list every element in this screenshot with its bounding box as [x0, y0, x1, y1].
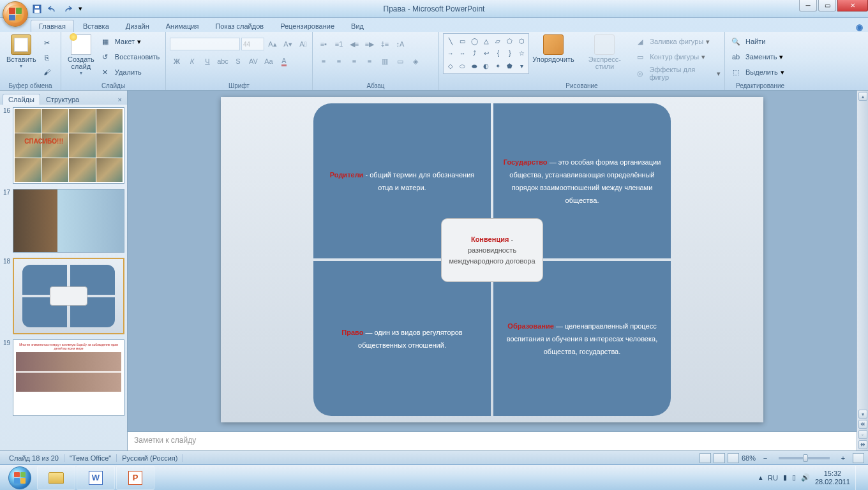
show-desktop-button[interactable]: [855, 466, 860, 490]
grow-font-icon[interactable]: A▴: [266, 37, 280, 51]
browse-object-icon[interactable]: ◦: [858, 430, 867, 439]
change-case-icon[interactable]: Aa: [262, 54, 276, 68]
tab-insert[interactable]: Вставка: [75, 20, 117, 32]
format-painter-icon[interactable]: 🖌: [40, 65, 54, 79]
columns-icon[interactable]: ▥: [378, 54, 392, 68]
font-color-icon[interactable]: A: [277, 54, 291, 68]
align-left-icon[interactable]: ≡: [317, 54, 331, 68]
decrease-indent-icon[interactable]: ◀≡: [347, 37, 361, 51]
diagram-cell-convention[interactable]: Конвенция - разновидность международного…: [441, 218, 543, 282]
clear-format-icon[interactable]: Aͯ: [296, 37, 310, 51]
taskbar-word-icon[interactable]: W: [77, 466, 115, 490]
next-slide-icon[interactable]: ⯮: [858, 440, 867, 449]
cut-icon[interactable]: ✂: [40, 36, 54, 50]
justify-icon[interactable]: ≡: [363, 54, 377, 68]
text-direction-icon[interactable]: ↕A: [393, 37, 407, 51]
notes-pane[interactable]: Заметки к слайду: [128, 431, 857, 450]
taskbar-explorer-icon[interactable]: [37, 466, 75, 490]
shadow-icon[interactable]: S: [231, 54, 245, 68]
char-spacing-icon[interactable]: AV: [246, 54, 260, 68]
font-family-combo[interactable]: [170, 38, 240, 50]
layout-button[interactable]: Макет: [114, 37, 136, 46]
minimize-button[interactable]: ─: [799, 0, 817, 11]
qat-redo-icon[interactable]: [61, 3, 74, 15]
fit-window-icon[interactable]: [853, 453, 864, 463]
scroll-up-icon[interactable]: ▴: [858, 92, 867, 101]
tab-home[interactable]: Главная: [31, 20, 74, 32]
scroll-down-icon[interactable]: ▾: [858, 410, 867, 419]
arrange-button[interactable]: Упорядочить: [530, 33, 576, 64]
shape-effects-button[interactable]: Эффекты для фигур: [648, 65, 715, 82]
delete-button[interactable]: Удалить: [114, 68, 143, 77]
shape-outline-button[interactable]: Контур фигуры: [648, 52, 700, 61]
tray-flag-icon[interactable]: ▮: [783, 473, 787, 482]
prev-slide-icon[interactable]: ⯬: [858, 420, 867, 429]
qat-save-icon[interactable]: [31, 3, 43, 15]
qat-customize-icon[interactable]: ▾: [77, 3, 84, 15]
increase-indent-icon[interactable]: ≡▶: [363, 37, 377, 51]
slide-thumbnail-19[interactable]: Многие знаменитости ведут активную борьб…: [13, 339, 124, 416]
align-center-icon[interactable]: ≡: [332, 54, 346, 68]
shapes-gallery[interactable]: ╲▭◯△▱⬠⬡ →↔⤴↩{}☆ ◇⬭⬬◐✦⬟▾: [443, 33, 529, 74]
status-theme[interactable]: "Тема Office": [64, 454, 117, 462]
zoom-out-icon[interactable]: −: [758, 451, 772, 465]
qat-undo-icon[interactable]: [46, 3, 59, 15]
slide-thumbnail-16[interactable]: СПАСИБО!!!: [13, 107, 124, 184]
zoom-level[interactable]: 68%: [742, 454, 756, 462]
start-button[interactable]: [3, 466, 37, 490]
maximize-button[interactable]: ▭: [818, 0, 836, 11]
slideshow-view-icon[interactable]: [728, 453, 739, 463]
paste-button[interactable]: Вставить ▾: [4, 33, 39, 70]
help-icon[interactable]: ◉: [856, 22, 863, 32]
new-slide-button[interactable]: Создать слайд ▾: [65, 33, 97, 77]
italic-icon[interactable]: К: [185, 54, 199, 68]
smartart-icon[interactable]: ◈: [408, 54, 423, 68]
sorter-view-icon[interactable]: [714, 453, 725, 463]
line-spacing-icon[interactable]: ‡≡: [378, 37, 392, 51]
tab-animation[interactable]: Анимация: [158, 20, 207, 32]
strikethrough-icon[interactable]: abc: [216, 54, 230, 68]
tray-show-hidden-icon[interactable]: ▴: [759, 473, 763, 482]
panel-tab-outline[interactable]: Структура: [40, 94, 85, 105]
bold-icon[interactable]: Ж: [170, 54, 184, 68]
tray-volume-icon[interactable]: 🔊: [801, 473, 810, 482]
normal-view-icon[interactable]: [700, 453, 711, 463]
taskbar-powerpoint-icon[interactable]: P: [116, 466, 154, 490]
office-button[interactable]: [3, 1, 28, 27]
tray-battery-icon[interactable]: ▯: [792, 473, 796, 482]
smartart-diagram[interactable]: Родители - общий термин для обозначения …: [313, 103, 671, 416]
tray-clock[interactable]: 15:32 28.02.2011: [815, 470, 850, 486]
numbering-icon[interactable]: ≡1: [332, 37, 346, 51]
status-slide-number[interactable]: Слайд 18 из 20: [4, 454, 64, 462]
status-language[interactable]: Русский (Россия): [117, 454, 183, 462]
find-button[interactable]: Найти: [744, 37, 767, 46]
replace-button[interactable]: Заменить: [744, 52, 778, 61]
select-button[interactable]: Выделить: [744, 68, 779, 77]
quick-styles-button[interactable]: Экспресс-стили: [578, 33, 632, 71]
tray-language[interactable]: RU: [768, 474, 778, 482]
slide-thumbnail-18[interactable]: [13, 258, 124, 334]
shrink-font-icon[interactable]: A▾: [281, 37, 295, 51]
reset-button[interactable]: Восстановить: [114, 52, 161, 61]
slide-canvas[interactable]: Родители - общий термин для обозначения …: [221, 97, 763, 422]
panel-tab-slides[interactable]: Слайды: [3, 94, 40, 105]
zoom-slider[interactable]: [779, 457, 830, 459]
zoom-in-icon[interactable]: +: [836, 451, 850, 465]
slide-thumbnail-17[interactable]: [13, 189, 124, 253]
bullets-icon[interactable]: ≡▪: [317, 37, 331, 51]
diagram-cell-law[interactable]: Право — один из видов регуляторов общест…: [313, 261, 491, 416]
shape-fill-button[interactable]: Заливка фигуры: [648, 37, 705, 46]
vertical-scrollbar[interactable]: ▴ ▾ ⯬ ◦ ⯮: [857, 91, 868, 450]
align-text-icon[interactable]: ▭: [393, 54, 407, 68]
font-size-combo[interactable]: 44: [241, 38, 264, 50]
align-right-icon[interactable]: ≡: [347, 54, 361, 68]
tab-view[interactable]: Вид: [343, 20, 371, 32]
tab-review[interactable]: Рецензирование: [273, 20, 342, 32]
copy-icon[interactable]: ⎘: [40, 50, 54, 64]
diagram-cell-education[interactable]: Образование — целенаправленный процесс в…: [493, 261, 671, 416]
panel-close-icon[interactable]: ×: [116, 94, 124, 105]
tab-design[interactable]: Дизайн: [118, 20, 157, 32]
tab-slideshow[interactable]: Показ слайдов: [207, 20, 271, 32]
close-button[interactable]: ✕: [837, 0, 868, 11]
underline-icon[interactable]: Ч: [200, 54, 214, 68]
